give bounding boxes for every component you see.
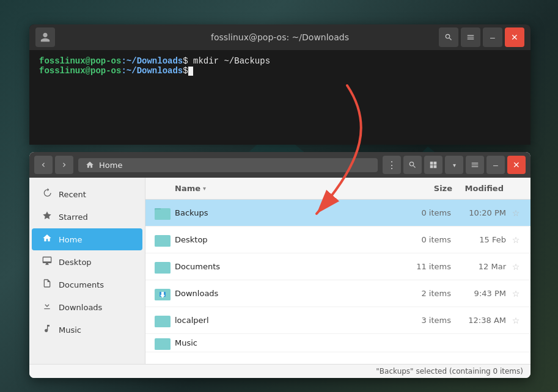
terminal-minimize-button[interactable]: – (483, 27, 502, 47)
terminal-prompt-dollar-2: $ (183, 66, 188, 76)
documents-icon (42, 278, 53, 291)
terminal-controls: – ✕ (439, 27, 524, 47)
filemanager-window: Home ⋮ ▾ – ✕ Recent (29, 152, 530, 378)
file-row-localperl[interactable]: localperl 3 items 12:38 AM ☆ (145, 307, 530, 334)
fm-titlebar: Home ⋮ ▾ – ✕ (29, 152, 530, 178)
file-row-desktop[interactable]: Desktop 0 items 15 Feb ☆ (145, 227, 530, 253)
col-name-header[interactable]: Name ▾ (150, 184, 391, 193)
fm-status-text: "Backups" selected (containing 0 items) (376, 367, 523, 376)
fm-close-button[interactable]: ✕ (507, 156, 526, 174)
svg-rect-9 (155, 236, 171, 247)
file-modified-downloads: 9:43 PM (451, 289, 506, 298)
starred-icon (42, 211, 53, 223)
terminal-prompt-user-1: fosslinux@pop-os (39, 56, 121, 66)
file-row-backups[interactable]: Backups 0 items 10:20 PM ☆ (145, 200, 530, 227)
fm-view-list-button[interactable] (466, 156, 484, 174)
sidebar-item-documents[interactable]: Documents (32, 274, 142, 296)
file-name-localperl: localperl (175, 316, 390, 325)
fm-sidebar: Recent Starred Home (29, 178, 145, 364)
svg-rect-11 (155, 263, 171, 274)
terminal-prompt-path-1: :~/Downloads (121, 56, 183, 66)
terminal-menu-button[interactable] (461, 27, 480, 47)
recent-icon (42, 188, 53, 200)
fm-location-text: Home (99, 161, 122, 170)
fm-body: Recent Starred Home (29, 178, 530, 364)
file-size-desktop: 0 items (390, 235, 451, 244)
fm-main: Name ▾ Size Modified (145, 178, 530, 364)
file-icon-downloads (150, 287, 175, 300)
terminal-cursor (188, 67, 193, 76)
sidebar-item-music[interactable]: Music (32, 319, 142, 341)
file-size-downloads: 2 items (390, 289, 451, 298)
fm-view-dropdown-button[interactable]: ▾ (445, 156, 463, 174)
col-modified-header[interactable]: Modified (452, 184, 526, 193)
file-modified-localperl: 12:38 AM (451, 316, 506, 325)
terminal-search-button[interactable] (439, 27, 458, 47)
fm-back-button[interactable] (34, 156, 53, 174)
sidebar-music-label: Music (59, 325, 81, 335)
file-name-backups: Backups (175, 208, 390, 217)
file-icon-backups (150, 206, 175, 220)
terminal-window: fosslinux@pop-os: ~/Downloads – ✕ fossli… (29, 24, 530, 145)
file-size-localperl: 3 items (390, 316, 451, 325)
fm-status-bar: "Backups" selected (containing 0 items) (29, 364, 530, 378)
sort-arrow-icon: ▾ (203, 185, 206, 192)
file-row-downloads[interactable]: Downloads 2 items 9:43 PM ☆ (145, 280, 530, 307)
terminal-prompt-user-2: fosslinux@pop-os (39, 66, 121, 76)
sidebar-home-label: Home (59, 235, 82, 244)
file-row-music[interactable]: Music (145, 334, 530, 352)
file-size-documents: 11 items (390, 262, 451, 271)
sidebar-downloads-label: Downloads (59, 303, 102, 312)
terminal-profile-button[interactable] (35, 27, 55, 47)
file-name-desktop: Desktop (175, 235, 390, 244)
fm-file-list: Backups 0 items 10:20 PM ☆ De (145, 200, 530, 364)
file-name-downloads: Downloads (175, 289, 390, 298)
downloads-icon (42, 301, 53, 313)
file-row-documents[interactable]: Documents 11 items 12 Mar ☆ (145, 253, 530, 280)
svg-rect-16 (161, 292, 164, 296)
file-name-music: Music (175, 338, 526, 347)
sidebar-item-home[interactable]: Home (32, 228, 142, 250)
file-icon-desktop (150, 233, 175, 247)
file-modified-backups: 10:20 PM (451, 208, 506, 217)
fm-column-header: Name ▾ Size Modified (145, 178, 530, 200)
sidebar-desktop-label: Desktop (59, 258, 92, 267)
desktop-icon (42, 256, 53, 268)
terminal-content: fosslinux@pop-os:~/Downloads$ mkdir ~/Ba… (29, 50, 530, 145)
terminal-close-button[interactable]: ✕ (505, 27, 524, 47)
home-icon (86, 161, 94, 169)
col-size-header[interactable]: Size (391, 184, 452, 193)
file-icon-localperl (150, 314, 175, 327)
terminal-titlebar: fosslinux@pop-os: ~/Downloads – ✕ (29, 24, 530, 50)
svg-rect-7 (155, 209, 171, 220)
sidebar-recent-label: Recent (59, 190, 86, 199)
terminal-prompt-dollar-1: $ (183, 56, 188, 66)
music-icon (42, 324, 53, 336)
sidebar-item-starred[interactable]: Starred (32, 206, 142, 228)
file-star-localperl[interactable]: ☆ (506, 316, 526, 325)
file-star-desktop[interactable]: ☆ (506, 235, 526, 245)
fm-location-bar[interactable]: Home (78, 158, 378, 172)
home-sidebar-icon (42, 233, 53, 245)
fm-search-button[interactable] (403, 156, 422, 174)
sidebar-item-downloads[interactable]: Downloads (32, 296, 142, 318)
file-modified-desktop: 15 Feb (451, 235, 506, 244)
sidebar-item-recent[interactable]: Recent (32, 183, 142, 205)
sidebar-item-desktop[interactable]: Desktop (32, 251, 142, 273)
file-size-backups: 0 items (390, 208, 451, 217)
terminal-line-2: fosslinux@pop-os:~/Downloads$ (39, 66, 521, 76)
file-icon-music (150, 336, 175, 350)
terminal-prompt-path-2: :~/Downloads (121, 66, 183, 76)
fm-forward-button[interactable] (55, 156, 73, 174)
sidebar-starred-label: Starred (59, 212, 88, 222)
file-name-documents: Documents (175, 262, 390, 271)
fm-minimize-button[interactable]: – (486, 156, 505, 174)
file-star-downloads[interactable]: ☆ (506, 289, 526, 299)
file-modified-documents: 12 Mar (451, 262, 506, 271)
file-star-documents[interactable]: ☆ (506, 262, 526, 272)
file-star-backups[interactable]: ☆ (506, 208, 526, 218)
fm-more-button[interactable]: ⋮ (383, 156, 401, 174)
terminal-line-1: fosslinux@pop-os:~/Downloads$ mkdir ~/Ba… (39, 56, 521, 66)
svg-rect-20 (155, 339, 171, 350)
fm-view-grid-button[interactable] (424, 156, 442, 174)
